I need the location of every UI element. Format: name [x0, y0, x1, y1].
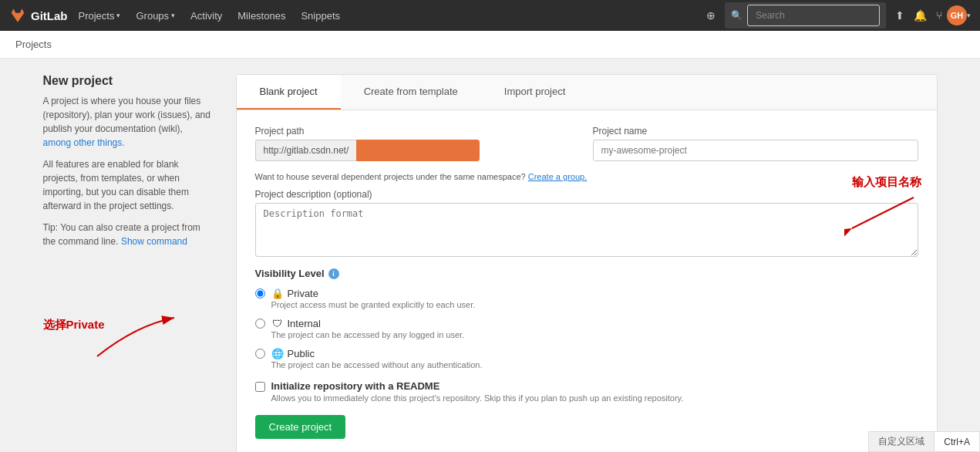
- path-prefix-text: http://gitlab.csdn.net/: [255, 140, 357, 161]
- nav-projects[interactable]: Projects ▾: [71, 0, 129, 31]
- avatar-chevron-icon: ▾: [967, 12, 971, 19]
- breadcrumb: Projects: [0, 31, 980, 59]
- tab-create-from-template[interactable]: Create from template: [341, 75, 481, 110]
- tab-import-project[interactable]: Import project: [481, 75, 588, 110]
- plus-icon[interactable]: ⊕: [702, 6, 720, 25]
- readme-checkbox-row: Initialize repository with a README Allo…: [255, 380, 918, 403]
- project-path-group: Project path http://gitlab.csdn.net/: [255, 126, 581, 161]
- show-command-link[interactable]: Show command: [121, 236, 187, 247]
- search-input[interactable]: [747, 5, 880, 26]
- description-group: Project description (optional): [255, 189, 918, 257]
- main-content: Blank project Create from template Impor…: [236, 74, 938, 452]
- merge-request-icon[interactable]: ⑂: [931, 6, 947, 25]
- path-input-row: http://gitlab.csdn.net/: [255, 140, 581, 161]
- path-name-row: Project path http://gitlab.csdn.net/ Pro…: [255, 126, 918, 161]
- brand-label: GitLab: [31, 9, 68, 22]
- sidebar-desc2: All features are enabled for blank proje…: [43, 157, 213, 213]
- info-icon[interactable]: i: [328, 268, 339, 279]
- navbar: GitLab Projects ▾ Groups ▾ Activity Mile…: [0, 0, 980, 31]
- sidebar-tip: Tip: You can also create a project from …: [43, 221, 213, 248]
- path-fill-area: [356, 140, 480, 161]
- project-path-label: Project path: [255, 126, 581, 137]
- bottom-bar-label: 自定义区域: [869, 432, 935, 451]
- form-area: Project path http://gitlab.csdn.net/ Pro…: [237, 110, 937, 452]
- upload-icon[interactable]: ⬆: [891, 6, 909, 25]
- search-icon: 🔍: [731, 10, 743, 21]
- bottom-bar: 自定义区域 Ctrl+A: [868, 431, 980, 452]
- readme-checkbox[interactable]: [255, 382, 265, 392]
- project-name-input[interactable]: [593, 140, 918, 161]
- sidebar-title: New project: [43, 74, 213, 88]
- project-name-group: Project name: [593, 126, 918, 161]
- nav-milestones[interactable]: Milestones: [230, 0, 293, 31]
- visibility-internal-item: 🛡 Internal The project can be accessed b…: [255, 317, 918, 339]
- bell-icon[interactable]: 🔔: [909, 6, 931, 25]
- visibility-radio-group: 🔒 Private Project access must be granted…: [255, 287, 918, 369]
- sidebar: New project A project is where you house…: [43, 74, 213, 452]
- nav-snippets[interactable]: Snippets: [293, 0, 348, 31]
- project-name-label: Project name: [593, 126, 918, 137]
- visibility-internal-radio[interactable]: [255, 319, 265, 329]
- visibility-public-radio[interactable]: [255, 349, 265, 359]
- avatar[interactable]: GH: [947, 5, 967, 25]
- annotation-private-arrow: [89, 310, 182, 372]
- brand[interactable]: GitLab: [9, 7, 68, 24]
- description-label: Project description (optional): [255, 189, 918, 200]
- namespace-hint: Want to house several dependent projects…: [255, 172, 918, 181]
- chevron-down-icon: ▾: [116, 12, 120, 19]
- bottom-bar-shortcut: Ctrl+A: [935, 433, 979, 450]
- nav-groups[interactable]: Groups ▾: [128, 0, 183, 31]
- create-group-link[interactable]: Create a group.: [528, 172, 587, 181]
- visibility-private-item: 🔒 Private Project access must be granted…: [255, 287, 918, 309]
- among-other-things-link[interactable]: among other things.: [43, 137, 125, 148]
- lock-icon: 🔒: [271, 287, 284, 299]
- nav-activity[interactable]: Activity: [183, 0, 230, 31]
- tab-blank-project[interactable]: Blank project: [237, 75, 341, 110]
- search-bar[interactable]: 🔍: [725, 2, 886, 29]
- shield-icon: 🛡: [271, 317, 284, 329]
- chevron-down-icon: ▾: [171, 12, 175, 19]
- visibility-private-radio[interactable]: [255, 288, 265, 299]
- globe-icon: 🌐: [271, 347, 284, 359]
- sidebar-desc1: A project is where you house your files …: [43, 94, 213, 150]
- visibility-public-item: 🌐 Public The project can be accessed wit…: [255, 347, 918, 369]
- create-project-button[interactable]: Create project: [255, 415, 346, 439]
- tabs: Blank project Create from template Impor…: [237, 75, 937, 110]
- visibility-section: Visibility Level i: [255, 268, 918, 279]
- description-input[interactable]: [255, 203, 918, 257]
